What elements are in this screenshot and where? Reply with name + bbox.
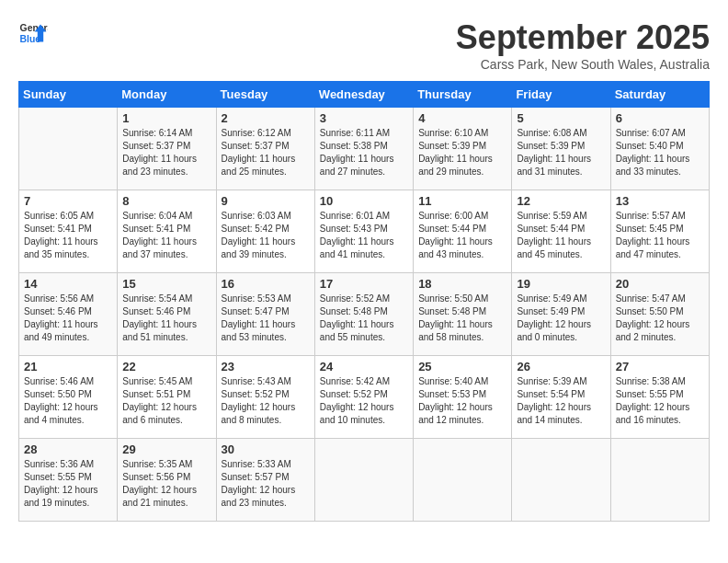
day-cell: 11 Sunrise: 6:00 AMSunset: 5:44 PMDaylig… xyxy=(414,190,512,273)
day-cell: 14 Sunrise: 5:56 AMSunset: 5:46 PMDaylig… xyxy=(19,273,118,356)
day-cell: 27 Sunrise: 5:38 AMSunset: 5:55 PMDaylig… xyxy=(610,356,709,439)
day-number: 17 xyxy=(320,277,408,291)
day-info: Sunrise: 6:08 AMSunset: 5:39 PMDaylight:… xyxy=(517,128,591,177)
day-cell xyxy=(314,439,413,522)
day-cell: 17 Sunrise: 5:52 AMSunset: 5:48 PMDaylig… xyxy=(314,273,413,356)
day-cell: 5 Sunrise: 6:08 AMSunset: 5:39 PMDayligh… xyxy=(512,108,610,190)
day-cell: 21 Sunrise: 5:46 AMSunset: 5:50 PMDaylig… xyxy=(19,356,118,439)
day-info: Sunrise: 5:35 AMSunset: 5:56 PMDaylight:… xyxy=(122,459,197,508)
day-cell: 6 Sunrise: 6:07 AMSunset: 5:40 PMDayligh… xyxy=(610,108,709,190)
day-number: 18 xyxy=(418,277,506,291)
day-cell: 23 Sunrise: 5:43 AMSunset: 5:52 PMDaylig… xyxy=(216,356,314,439)
week-row-2: 14 Sunrise: 5:56 AMSunset: 5:46 PMDaylig… xyxy=(19,273,710,356)
header-tuesday: Tuesday xyxy=(216,82,314,108)
day-number: 25 xyxy=(418,360,506,373)
day-info: Sunrise: 5:56 AMSunset: 5:46 PMDaylight:… xyxy=(24,293,98,342)
day-cell: 30 Sunrise: 5:33 AMSunset: 5:57 PMDaylig… xyxy=(216,439,314,522)
day-number: 12 xyxy=(517,194,605,208)
day-cell: 18 Sunrise: 5:50 AMSunset: 5:48 PMDaylig… xyxy=(414,273,512,356)
day-number: 27 xyxy=(616,360,704,373)
day-info: Sunrise: 6:11 AMSunset: 5:38 PMDaylight:… xyxy=(320,128,394,177)
day-number: 23 xyxy=(222,360,310,373)
page-header: General Blue September 2025 Carss Park, … xyxy=(18,18,710,72)
day-cell: 24 Sunrise: 5:42 AMSunset: 5:52 PMDaylig… xyxy=(314,356,413,439)
day-cell xyxy=(19,108,118,190)
location: Carss Park, New South Wales, Australia xyxy=(456,57,710,72)
header-thursday: Thursday xyxy=(414,82,512,108)
day-info: Sunrise: 5:47 AMSunset: 5:50 PMDaylight:… xyxy=(616,293,690,342)
header-row: Sunday Monday Tuesday Wednesday Thursday… xyxy=(19,82,710,108)
day-cell: 20 Sunrise: 5:47 AMSunset: 5:50 PMDaylig… xyxy=(610,273,709,356)
day-info: Sunrise: 6:04 AMSunset: 5:41 PMDaylight:… xyxy=(122,211,197,259)
day-info: Sunrise: 6:12 AMSunset: 5:37 PMDaylight:… xyxy=(222,128,296,177)
day-number: 30 xyxy=(222,442,310,456)
logo-icon: General Blue xyxy=(18,18,48,48)
day-info: Sunrise: 5:57 AMSunset: 5:45 PMDaylight:… xyxy=(616,211,690,259)
day-info: Sunrise: 5:40 AMSunset: 5:53 PMDaylight:… xyxy=(418,376,493,425)
title-section: September 2025 Carss Park, New South Wal… xyxy=(456,18,710,72)
day-info: Sunrise: 5:54 AMSunset: 5:46 PMDaylight:… xyxy=(122,293,197,342)
day-info: Sunrise: 5:59 AMSunset: 5:44 PMDaylight:… xyxy=(517,211,591,259)
day-cell: 10 Sunrise: 6:01 AMSunset: 5:43 PMDaylig… xyxy=(314,190,413,273)
day-number: 6 xyxy=(616,111,704,125)
day-number: 13 xyxy=(616,194,704,208)
day-number: 15 xyxy=(122,277,210,291)
day-number: 28 xyxy=(24,442,112,456)
day-number: 26 xyxy=(517,360,605,373)
day-number: 14 xyxy=(24,277,112,291)
logo: General Blue xyxy=(18,18,48,48)
day-number: 22 xyxy=(122,360,210,373)
day-cell: 2 Sunrise: 6:12 AMSunset: 5:37 PMDayligh… xyxy=(216,108,314,190)
day-info: Sunrise: 5:36 AMSunset: 5:55 PMDaylight:… xyxy=(24,459,98,508)
day-number: 1 xyxy=(122,111,210,125)
day-number: 21 xyxy=(24,360,112,373)
week-row-0: 1 Sunrise: 6:14 AMSunset: 5:37 PMDayligh… xyxy=(19,108,710,190)
day-cell: 7 Sunrise: 6:05 AMSunset: 5:41 PMDayligh… xyxy=(19,190,118,273)
day-number: 2 xyxy=(222,111,310,125)
day-number: 5 xyxy=(517,111,605,125)
day-cell xyxy=(610,439,709,522)
day-info: Sunrise: 5:46 AMSunset: 5:50 PMDaylight:… xyxy=(24,376,98,425)
header-monday: Monday xyxy=(118,82,216,108)
day-info: Sunrise: 5:53 AMSunset: 5:47 PMDaylight:… xyxy=(222,293,296,342)
header-friday: Friday xyxy=(512,82,610,108)
day-cell: 9 Sunrise: 6:03 AMSunset: 5:42 PMDayligh… xyxy=(216,190,314,273)
header-wednesday: Wednesday xyxy=(314,82,413,108)
week-row-4: 28 Sunrise: 5:36 AMSunset: 5:55 PMDaylig… xyxy=(19,439,710,522)
day-number: 7 xyxy=(24,194,112,208)
day-cell: 28 Sunrise: 5:36 AMSunset: 5:55 PMDaylig… xyxy=(19,439,118,522)
calendar-table: Sunday Monday Tuesday Wednesday Thursday… xyxy=(18,81,710,522)
day-info: Sunrise: 6:05 AMSunset: 5:41 PMDaylight:… xyxy=(24,211,98,259)
day-info: Sunrise: 5:45 AMSunset: 5:51 PMDaylight:… xyxy=(122,376,197,425)
day-number: 16 xyxy=(222,277,310,291)
day-number: 19 xyxy=(517,277,605,291)
month-title: September 2025 xyxy=(456,18,710,57)
day-cell: 26 Sunrise: 5:39 AMSunset: 5:54 PMDaylig… xyxy=(512,356,610,439)
day-number: 20 xyxy=(616,277,704,291)
day-info: Sunrise: 6:10 AMSunset: 5:39 PMDaylight:… xyxy=(418,128,493,177)
day-info: Sunrise: 5:42 AMSunset: 5:52 PMDaylight:… xyxy=(320,376,394,425)
week-row-1: 7 Sunrise: 6:05 AMSunset: 5:41 PMDayligh… xyxy=(19,190,710,273)
day-info: Sunrise: 6:03 AMSunset: 5:42 PMDaylight:… xyxy=(222,211,296,259)
day-number: 8 xyxy=(122,194,210,208)
day-info: Sunrise: 5:49 AMSunset: 5:49 PMDaylight:… xyxy=(517,293,591,342)
day-cell: 29 Sunrise: 5:35 AMSunset: 5:56 PMDaylig… xyxy=(118,439,216,522)
day-number: 3 xyxy=(320,111,408,125)
day-cell: 19 Sunrise: 5:49 AMSunset: 5:49 PMDaylig… xyxy=(512,273,610,356)
day-cell xyxy=(512,439,610,522)
day-cell xyxy=(414,439,512,522)
day-info: Sunrise: 6:00 AMSunset: 5:44 PMDaylight:… xyxy=(418,211,493,259)
day-info: Sunrise: 5:52 AMSunset: 5:48 PMDaylight:… xyxy=(320,293,394,342)
day-number: 4 xyxy=(418,111,506,125)
day-info: Sunrise: 5:50 AMSunset: 5:48 PMDaylight:… xyxy=(418,293,493,342)
day-cell: 4 Sunrise: 6:10 AMSunset: 5:39 PMDayligh… xyxy=(414,108,512,190)
day-info: Sunrise: 5:33 AMSunset: 5:57 PMDaylight:… xyxy=(222,459,296,508)
day-cell: 22 Sunrise: 5:45 AMSunset: 5:51 PMDaylig… xyxy=(118,356,216,439)
day-cell: 16 Sunrise: 5:53 AMSunset: 5:47 PMDaylig… xyxy=(216,273,314,356)
day-info: Sunrise: 5:43 AMSunset: 5:52 PMDaylight:… xyxy=(222,376,296,425)
day-number: 29 xyxy=(122,442,210,456)
day-cell: 25 Sunrise: 5:40 AMSunset: 5:53 PMDaylig… xyxy=(414,356,512,439)
day-info: Sunrise: 6:01 AMSunset: 5:43 PMDaylight:… xyxy=(320,211,394,259)
day-number: 11 xyxy=(418,194,506,208)
day-number: 24 xyxy=(320,360,408,373)
